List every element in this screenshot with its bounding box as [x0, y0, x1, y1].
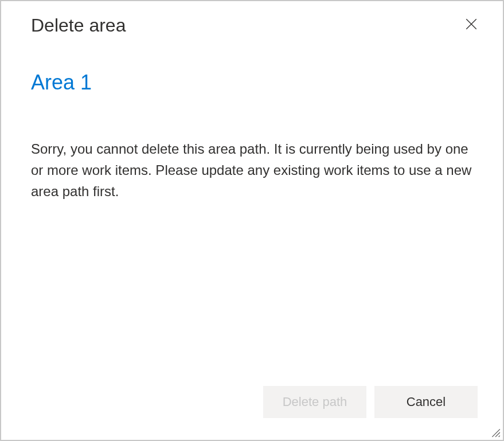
close-button[interactable] [463, 16, 480, 33]
svg-line-4 [499, 436, 500, 437]
dialog-title: Delete area [31, 15, 473, 36]
resize-grip-icon[interactable] [490, 427, 501, 438]
svg-line-2 [492, 429, 500, 437]
dialog-actions: Delete path Cancel [263, 386, 478, 418]
close-icon [466, 18, 477, 32]
cancel-button[interactable]: Cancel [374, 386, 478, 418]
delete-area-dialog: Delete area Area 1 Sorry, you cannot del… [1, 1, 503, 440]
delete-path-button[interactable]: Delete path [263, 386, 366, 418]
error-message: Sorry, you cannot delete this area path.… [31, 138, 472, 202]
area-name: Area 1 [31, 71, 473, 95]
